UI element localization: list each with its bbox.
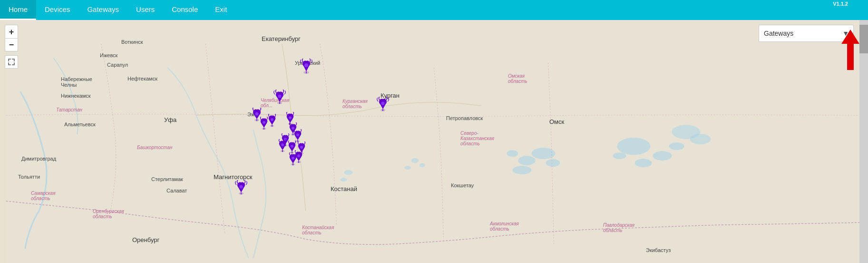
- svg-rect-0: [6, 20, 862, 263]
- svg-point-40: [296, 133, 299, 136]
- svg-marker-66: [841, 30, 859, 70]
- svg-point-3: [518, 156, 536, 165]
- right-scrollbar[interactable]: [859, 20, 868, 263]
- svg-point-14: [419, 163, 425, 167]
- nav-users[interactable]: Users: [127, 0, 163, 20]
- gateway-pin-2[interactable]: [273, 90, 286, 106]
- svg-point-5: [513, 166, 532, 174]
- gateway-pin-1[interactable]: [299, 58, 313, 75]
- svg-point-12: [690, 134, 711, 144]
- nav-console[interactable]: Console: [163, 0, 206, 20]
- version-badge: V1.1.2: [833, 1, 848, 7]
- gateway-pin-5[interactable]: [266, 114, 278, 128]
- svg-point-2: [546, 159, 560, 167]
- fullscreen-button[interactable]: [5, 55, 18, 69]
- svg-point-8: [635, 159, 652, 167]
- svg-point-52: [300, 146, 303, 149]
- map-container: Екатеринбург Ижевск Сарапул Воткинск Ниж…: [0, 20, 868, 263]
- gateway-pin-16[interactable]: [376, 97, 390, 113]
- scrollbar-thumb[interactable]: [859, 25, 868, 53]
- nav-gateways[interactable]: Gateways: [78, 0, 127, 20]
- gateway-pin-15[interactable]: [234, 180, 248, 196]
- svg-point-61: [240, 185, 243, 189]
- svg-point-49: [291, 145, 293, 148]
- map-controls: + −: [5, 25, 18, 69]
- layer-select[interactable]: Gateways Devices: [759, 25, 854, 42]
- svg-point-19: [304, 63, 308, 67]
- dropdown-wrapper: Gateways Devices ▼: [759, 25, 854, 42]
- zoom-out-button[interactable]: −: [5, 38, 18, 51]
- svg-point-10: [669, 142, 684, 150]
- svg-point-25: [255, 112, 259, 116]
- svg-point-4: [507, 150, 518, 157]
- fullscreen-icon: [8, 59, 15, 65]
- svg-point-9: [613, 152, 626, 159]
- map-dropdown: Gateways Devices ▼: [759, 25, 854, 42]
- nav-devices[interactable]: Devices: [36, 0, 78, 20]
- svg-point-58: [292, 157, 294, 160]
- svg-point-22: [278, 95, 282, 98]
- navbar: Home Devices Gateways Users Console Exit…: [0, 0, 868, 20]
- svg-point-34: [289, 116, 292, 119]
- svg-point-28: [263, 121, 265, 124]
- zoom-in-button[interactable]: +: [5, 25, 18, 38]
- svg-point-64: [381, 102, 385, 105]
- svg-point-7: [653, 151, 672, 161]
- red-arrow-icon: [841, 30, 859, 70]
- gateway-pin-14[interactable]: [287, 152, 299, 167]
- red-arrow-indicator: [841, 30, 859, 72]
- svg-point-17: [341, 178, 347, 182]
- svg-point-15: [405, 166, 411, 170]
- nav-home[interactable]: Home: [0, 0, 36, 20]
- nav-exit[interactable]: Exit: [206, 0, 235, 20]
- svg-point-31: [271, 118, 273, 121]
- svg-point-6: [617, 138, 651, 155]
- svg-point-13: [411, 158, 419, 163]
- svg-point-46: [281, 143, 284, 146]
- svg-point-16: [344, 170, 353, 175]
